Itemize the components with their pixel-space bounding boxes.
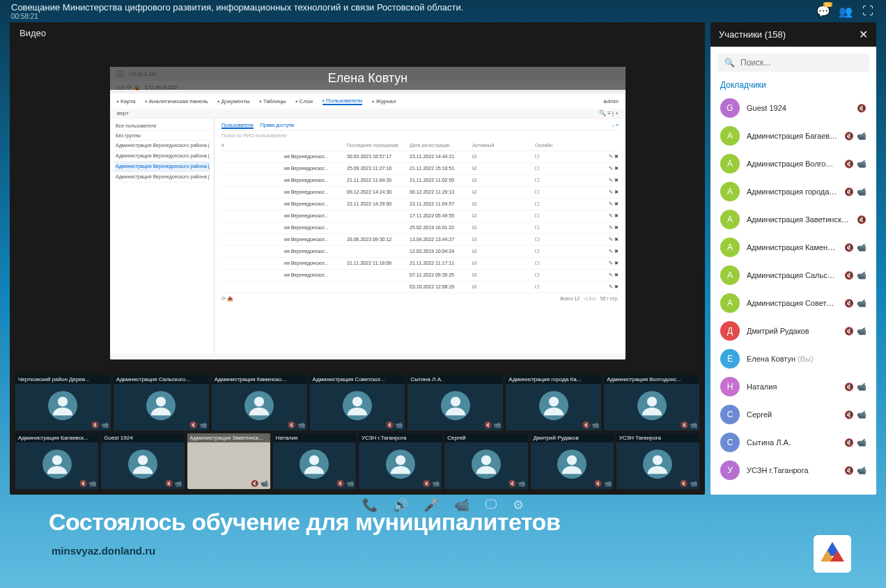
participant-name: Сытина Л.А. xyxy=(747,438,837,447)
participant-name: Guest 1924 xyxy=(747,104,850,112)
mic-muted-icon: 🔇 xyxy=(844,271,854,280)
mic-muted-icon: 🔇 xyxy=(844,160,854,169)
tile-name: Дмитрий Рудаков xyxy=(531,433,614,442)
participant-item[interactable]: GGuest 1924🔇 xyxy=(710,94,876,122)
svg-point-0 xyxy=(58,396,68,406)
video-tile[interactable]: Сергей🔇 📹 xyxy=(444,433,527,489)
svg-point-11 xyxy=(481,455,491,465)
svg-point-10 xyxy=(396,455,405,465)
participants-icon[interactable]: 👥 xyxy=(839,4,853,18)
section-speakers: Докладчики xyxy=(710,79,876,94)
search-box[interactable]: 🔍 xyxy=(717,54,869,72)
video-tile[interactable]: Дмитрий Рудаков🔇 📹 xyxy=(531,433,614,489)
participant-name: Администрация Заветинского... xyxy=(747,215,850,224)
mic-muted-icon: 🔇 xyxy=(844,299,854,308)
participant-item[interactable]: ААдминистрация Волгодон...🔇📹 xyxy=(710,150,876,178)
participant-name: Наталия xyxy=(747,382,837,391)
cam-off-icon: 📹 xyxy=(857,160,866,169)
mic-muted-icon: 🔇 xyxy=(844,327,854,336)
participant-item[interactable]: ЕЕлена Ковтун (Вы) xyxy=(710,345,876,373)
mic-muted-icon: 🔇 xyxy=(844,438,854,447)
avatar: С xyxy=(720,405,740,424)
avatar: А xyxy=(720,126,740,146)
participant-name: Администрация Советского р... xyxy=(747,299,837,307)
cam-off-icon: 📹 xyxy=(857,438,866,447)
chat-icon[interactable]: 💬3x xyxy=(816,4,830,18)
meeting-title: Совещание Министерства цифрового развити… xyxy=(11,2,463,13)
top-bar: Совещание Министерства цифрового развити… xyxy=(0,0,886,22)
participant-item[interactable]: ААдминистрация Заветинского...🔇 xyxy=(710,206,876,233)
mic-muted-icon: 🔇 xyxy=(844,132,854,141)
cam-off-icon: 📹 xyxy=(857,299,866,308)
video-tile[interactable]: УСЗН г.Таганрога🔇 📹 xyxy=(359,433,442,489)
participant-item[interactable]: ААдминистрация Каменско...🔇📹 xyxy=(710,233,876,261)
mic-muted-icon: 🔇 xyxy=(857,215,866,224)
avatar: Д xyxy=(720,321,740,341)
footer-url: minsvyaz.donland.ru xyxy=(52,545,155,557)
mic-muted-icon: 🔇 xyxy=(844,243,854,252)
participant-name: Дмитрий Рудаков xyxy=(747,327,837,335)
participant-item[interactable]: ААдминистрация Сальског...🔇📹 xyxy=(710,261,876,289)
participant-item[interactable]: ААдминистрация Советского р...🔇📹 xyxy=(710,289,876,317)
svg-point-9 xyxy=(309,455,319,465)
video-tile[interactable]: Guest 1924🔇 📹 xyxy=(101,433,184,489)
video-tile[interactable]: Администрация Каменско...🔇 📹 xyxy=(212,375,307,431)
participant-name: Администрация Волгодон... xyxy=(747,160,837,168)
video-tile[interactable]: Администрация Сальского...🔇 📹 xyxy=(114,375,209,431)
avatar: А xyxy=(720,210,740,229)
avatar: А xyxy=(720,265,740,285)
close-icon[interactable]: ✕ xyxy=(859,28,868,41)
mic-muted-icon: 🔇 xyxy=(857,104,866,113)
video-tile[interactable]: Администрация Волгодонс...🔇 📹 xyxy=(604,375,699,431)
participant-item[interactable]: ССытина Л.А.🔇📹 xyxy=(710,428,876,456)
video-tile[interactable]: Сытина Л.А.🔇 📹 xyxy=(407,375,503,431)
svg-point-13 xyxy=(653,455,662,465)
cam-off-icon: 📹 xyxy=(857,466,866,475)
svg-point-2 xyxy=(254,396,264,406)
tile-name: Сергей xyxy=(444,433,527,442)
participant-item[interactable]: ННаталия🔇📹 xyxy=(710,373,876,401)
footer-logo xyxy=(814,535,851,573)
video-tile[interactable]: УСЗН Таганрога🔇 📹 xyxy=(616,433,699,489)
participant-item[interactable]: ССергей🔇📹 xyxy=(710,401,876,428)
participant-name: Администрация Каменско... xyxy=(747,243,837,252)
avatar: С xyxy=(720,433,740,452)
svg-point-8 xyxy=(138,455,148,465)
video-tile[interactable]: Наталия🔇 📹 xyxy=(273,433,356,489)
participant-name: Администрация Багаевск... xyxy=(747,132,837,140)
search-input[interactable] xyxy=(740,58,862,68)
cam-off-icon: 📹 xyxy=(857,410,866,419)
mic-muted-icon: 🔇 xyxy=(844,187,854,196)
participant-item[interactable]: ДДмитрий Рудаков🔇📹 xyxy=(710,317,876,345)
mic-muted-icon: 🔇 xyxy=(844,410,854,419)
shared-browser: 172.80.0.232 ◁ ▷ ⟳ 🔒172.80.0.232 ▪ Карта… xyxy=(110,67,625,359)
participant-item[interactable]: ААдминистрация города Ка...🔇📹 xyxy=(710,178,876,206)
mic-muted-icon: 🔇 xyxy=(844,382,854,392)
tile-name: Guest 1924 xyxy=(101,433,184,442)
svg-point-5 xyxy=(549,396,559,406)
footer-banner: Состоялось обучение для муниципалитетов xyxy=(0,502,886,536)
svg-point-12 xyxy=(567,455,577,465)
fullscreen-icon[interactable]: ⛶ xyxy=(861,4,875,18)
video-tile[interactable]: Чертковский район Дерев...🔇 📹 xyxy=(15,375,111,431)
video-tile[interactable]: Администрация Советског...🔇 📹 xyxy=(310,375,405,431)
participant-item[interactable]: УУСЗН г.Таганрога🔇📹 xyxy=(710,456,876,484)
cam-off-icon: 📹 xyxy=(857,271,866,280)
tile-name: Наталия xyxy=(273,433,356,442)
video-tile[interactable]: Администрация Заветинск...🔇 📹 xyxy=(187,433,270,489)
participant-item[interactable]: ААдминистрация Багаевск...🔇📹 xyxy=(710,122,876,150)
tile-name: УСЗН Таганрога xyxy=(616,433,699,442)
tile-name: Чертковский район Дерев... xyxy=(15,375,111,384)
mic-muted-icon: 🔇 xyxy=(844,466,854,475)
avatar: G xyxy=(720,98,740,118)
avatar: А xyxy=(720,238,740,257)
cam-off-icon: 📹 xyxy=(857,132,866,141)
svg-point-6 xyxy=(646,396,656,406)
avatar: А xyxy=(720,182,740,201)
participant-name: Сергей xyxy=(747,410,837,419)
video-tile[interactable]: Администрация Багаевск...🔇 📹 xyxy=(15,433,98,489)
video-tile[interactable]: Администрация города Ка...🔇 📹 xyxy=(506,375,601,431)
participants-title: Участники (158) xyxy=(719,29,786,40)
cam-off-icon: 📹 xyxy=(857,327,866,336)
avatar: А xyxy=(720,154,740,173)
